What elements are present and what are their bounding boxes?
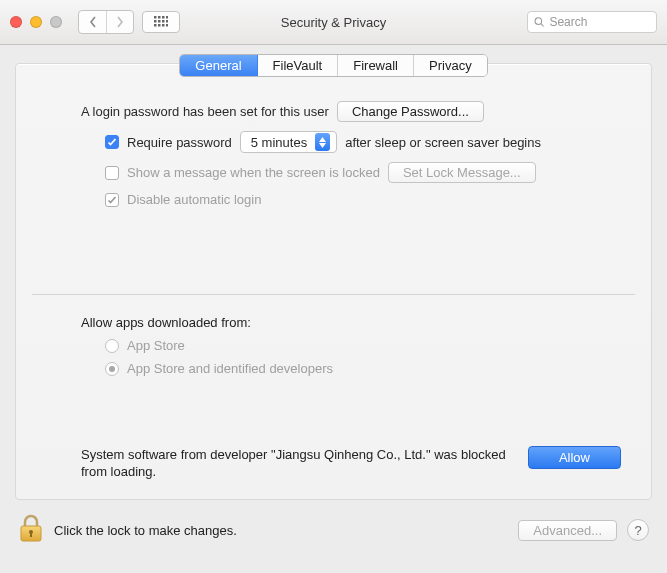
blocked-software-text: System software from developer "Jiangsu …: [81, 446, 508, 481]
tab-general[interactable]: General: [180, 55, 257, 76]
svg-rect-2: [162, 16, 165, 19]
svg-rect-0: [154, 16, 157, 19]
identified-developers-radio: [105, 362, 119, 376]
back-button[interactable]: [79, 11, 106, 33]
tab-label: FileVault: [273, 58, 323, 73]
lock-hint-label: Click the lock to make changes.: [54, 523, 237, 538]
blocked-software-row: System software from developer "Jiangsu …: [81, 446, 621, 481]
svg-rect-8: [154, 24, 157, 27]
svg-rect-1: [158, 16, 161, 19]
svg-rect-5: [158, 20, 161, 23]
show-message-checkbox[interactable]: [105, 166, 119, 180]
traffic-lights: [10, 16, 62, 28]
help-label: ?: [634, 523, 641, 538]
svg-rect-10: [162, 24, 165, 27]
grid-icon: [154, 16, 168, 28]
downloads-heading: Allow apps downloaded from:: [81, 315, 621, 330]
downloads-section: Allow apps downloaded from: App Store Ap…: [16, 295, 651, 376]
svg-rect-4: [154, 20, 157, 23]
tab-label: Firewall: [353, 58, 398, 73]
identified-developers-label: App Store and identified developers: [127, 361, 333, 376]
delay-value: 5 minutes: [251, 135, 307, 150]
require-password-checkbox[interactable]: [105, 135, 119, 149]
search-field[interactable]: [527, 11, 657, 33]
preference-panel: General FileVault Firewall Privacy A log…: [15, 63, 652, 500]
help-button[interactable]: ?: [627, 519, 649, 541]
svg-rect-16: [30, 532, 32, 537]
tab-firewall[interactable]: Firewall: [338, 55, 414, 76]
nav-group: [78, 10, 134, 34]
require-password-delay-select[interactable]: 5 minutes: [240, 131, 337, 153]
stepper-icon: [315, 133, 330, 151]
lock-icon[interactable]: [18, 514, 44, 547]
svg-rect-6: [162, 20, 165, 23]
maximize-button: [50, 16, 62, 28]
chevron-right-icon: [116, 16, 124, 28]
svg-point-12: [535, 18, 542, 25]
app-store-label: App Store: [127, 338, 185, 353]
login-section: A login password has been set for this u…: [16, 77, 651, 234]
require-password-label: Require password: [127, 135, 232, 150]
search-input[interactable]: [549, 15, 650, 29]
change-password-button[interactable]: Change Password...: [337, 101, 484, 122]
svg-rect-7: [166, 20, 168, 23]
close-button[interactable]: [10, 16, 22, 28]
svg-rect-9: [158, 24, 161, 27]
forward-button[interactable]: [106, 11, 133, 33]
show-message-label: Show a message when the screen is locked: [127, 165, 380, 180]
minimize-button[interactable]: [30, 16, 42, 28]
login-password-set-label: A login password has been set for this u…: [81, 104, 329, 119]
show-all-button[interactable]: [142, 11, 180, 33]
search-icon: [534, 16, 544, 28]
titlebar: Security & Privacy: [0, 0, 667, 45]
tab-strip: General FileVault Firewall Privacy: [179, 54, 487, 77]
svg-line-13: [541, 24, 544, 27]
tab-label: Privacy: [429, 58, 472, 73]
tab-label: General: [195, 58, 241, 73]
tab-privacy[interactable]: Privacy: [414, 55, 487, 76]
tabs: General FileVault Firewall Privacy: [16, 54, 651, 77]
allow-button[interactable]: Allow: [528, 446, 621, 469]
window-title: Security & Privacy: [281, 15, 386, 30]
tab-filevault[interactable]: FileVault: [258, 55, 339, 76]
set-lock-message-button: Set Lock Message...: [388, 162, 536, 183]
footer: Click the lock to make changes. Advanced…: [0, 500, 667, 560]
content-area: General FileVault Firewall Privacy A log…: [0, 45, 667, 500]
svg-rect-11: [166, 24, 168, 27]
chevron-left-icon: [89, 16, 97, 28]
svg-rect-3: [166, 16, 168, 19]
after-sleep-label: after sleep or screen saver begins: [345, 135, 541, 150]
disable-auto-login-checkbox[interactable]: [105, 193, 119, 207]
app-store-radio: [105, 339, 119, 353]
advanced-button[interactable]: Advanced...: [518, 520, 617, 541]
disable-auto-login-label: Disable automatic login: [127, 192, 261, 207]
